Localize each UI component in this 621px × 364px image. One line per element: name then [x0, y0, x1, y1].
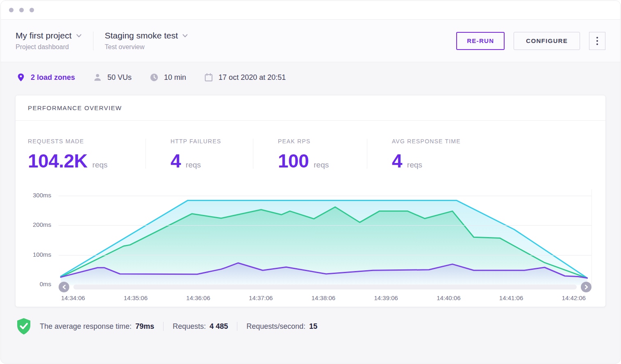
chevron-down-icon	[182, 34, 188, 38]
stat-label: HTTP FAILURES	[171, 138, 253, 145]
x-tick-label: 14:42:06	[562, 294, 586, 301]
gridline	[59, 255, 591, 255]
stat-unit: reqs	[186, 161, 201, 170]
x-tick-label: 14:41:06	[499, 294, 523, 301]
card-title: PERFORMANCE OVERVIEW	[16, 95, 605, 121]
x-axis: 14:34:0614:35:0614:36:0614:37:0614:38:06…	[59, 285, 592, 307]
location-pin-icon	[16, 73, 25, 82]
stat-label: PEAK RPS	[278, 138, 367, 145]
stat-unit: reqs	[407, 161, 422, 170]
y-axis: 0ms100ms200ms300ms	[16, 189, 59, 285]
status-bar: The average response time: 79ms Requests…	[1, 307, 620, 346]
status-separator	[237, 322, 237, 331]
vus-item: 50 VUs	[93, 73, 132, 82]
gridline	[59, 196, 591, 196]
test-title: Staging smoke test	[105, 31, 178, 41]
status-value: 4 485	[209, 322, 228, 331]
duration-item: 10 min	[150, 73, 186, 82]
stat-value: 4	[392, 150, 402, 172]
performance-overview-card: PERFORMANCE OVERVIEW REQUESTS MADE 104.2…	[15, 95, 606, 307]
project-subtitle: Project dashboard	[16, 43, 82, 51]
stat-value: 100	[278, 150, 309, 172]
window-dot-icon[interactable]	[19, 8, 24, 12]
stat-avg-response-time: AVG RESPONSE TIME 4 reqs	[367, 138, 461, 172]
kebab-menu-icon	[596, 40, 598, 42]
kebab-menu-button[interactable]	[589, 32, 605, 50]
status-separator	[163, 322, 164, 331]
app-window: My first project Project dashboard Stagi…	[0, 0, 621, 364]
date-item: 17 oct 2020 at 20:51	[204, 73, 286, 82]
chart-plot	[59, 189, 592, 285]
stat-unit: reqs	[92, 161, 107, 170]
x-tick-label: 14:34:06	[61, 294, 85, 301]
x-tick-label: 14:36:06	[186, 294, 210, 301]
y-tick-label: 100ms	[33, 251, 51, 258]
project-selector[interactable]: My first project Project dashboard	[16, 31, 82, 51]
status-label: The average response time:	[40, 322, 132, 331]
person-icon	[93, 73, 102, 82]
stat-label: AVG RESPONSE TIME	[392, 138, 461, 145]
chevron-down-icon	[76, 34, 82, 38]
clock-icon	[150, 73, 159, 82]
kebab-menu-icon	[596, 43, 598, 45]
rerun-button[interactable]: RE-RUN	[456, 32, 505, 50]
header-actions: RE-RUN CONFIGURE	[456, 32, 605, 50]
status-label: Requests/second:	[246, 322, 305, 331]
x-tick-label: 14:37:06	[249, 294, 273, 301]
app-header: My first project Project dashboard Stagi…	[1, 20, 620, 62]
calendar-icon	[204, 73, 213, 82]
stat-value: 104.2K	[28, 150, 87, 172]
window-dot-icon[interactable]	[30, 8, 34, 12]
load-zones-label: 2 load zones	[31, 73, 75, 82]
test-meta-bar: 2 load zones 50 VUs 10 min 17 oct 2020 a…	[1, 62, 620, 82]
stat-peak-rps: PEAK RPS 100 reqs	[253, 138, 367, 172]
status-items: The average response time: 79ms Requests…	[40, 322, 317, 331]
chart-svg	[59, 189, 591, 285]
y-tick-label: 0ms	[40, 280, 51, 287]
x-tick-label: 14:38:06	[312, 294, 335, 301]
kebab-menu-icon	[596, 37, 598, 38]
test-selector[interactable]: Staging smoke test Test overview	[105, 31, 188, 51]
status-label: Requests:	[173, 322, 206, 331]
load-zones-item[interactable]: 2 load zones	[16, 73, 75, 82]
y-tick-label: 300ms	[33, 192, 51, 199]
stats-row: REQUESTS MADE 104.2K reqs HTTP FAILURES …	[16, 121, 605, 183]
configure-button[interactable]: CONFIGURE	[514, 32, 580, 50]
header-divider	[93, 32, 93, 50]
stat-unit: reqs	[314, 161, 329, 170]
window-dot-icon[interactable]	[9, 8, 14, 12]
stat-label: REQUESTS MADE	[28, 138, 146, 145]
gridline	[59, 225, 591, 226]
stat-value: 4	[171, 150, 181, 172]
response-time-chart: 0ms100ms200ms300ms	[16, 189, 605, 285]
window-titlebar	[1, 1, 620, 20]
test-subtitle: Test overview	[105, 43, 188, 51]
x-tick-label: 14:40:06	[437, 294, 460, 301]
date-label: 17 oct 2020 at 20:51	[218, 73, 286, 82]
status-value: 79ms	[135, 322, 154, 331]
status-value: 15	[309, 322, 317, 331]
y-tick-label: 200ms	[33, 221, 51, 228]
x-tick-label: 14:35:06	[124, 294, 148, 301]
vus-label: 50 VUs	[107, 73, 132, 82]
shield-check-icon	[16, 317, 32, 335]
duration-label: 10 min	[164, 73, 186, 82]
project-title: My first project	[16, 31, 72, 41]
x-tick-label: 14:39:06	[374, 294, 398, 301]
stat-http-failures: HTTP FAILURES 4 reqs	[146, 138, 253, 172]
stat-requests-made: REQUESTS MADE 104.2K reqs	[16, 138, 146, 172]
